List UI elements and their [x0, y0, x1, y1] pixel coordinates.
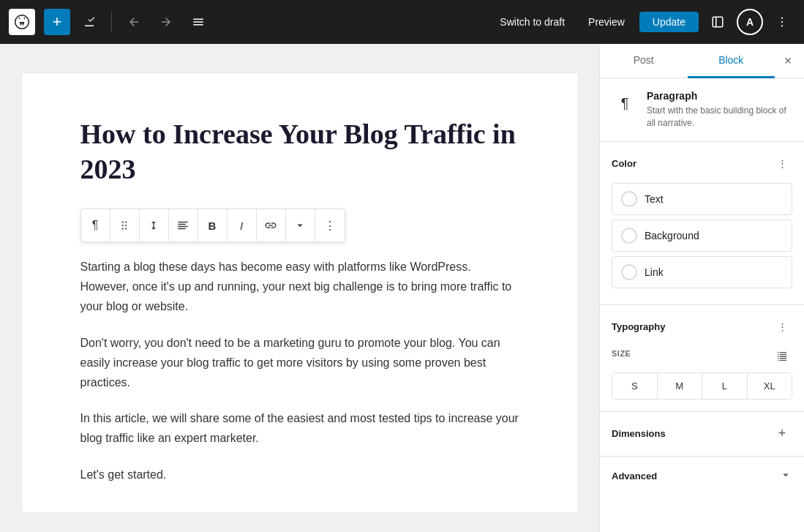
text-color-label: Text — [645, 193, 664, 205]
size-large-button[interactable]: L — [702, 373, 748, 399]
options-button[interactable] — [769, 9, 795, 35]
advanced-title: Advanced — [612, 471, 657, 482]
editor-area: How to Increase Your Blog Traffic in 202… — [0, 44, 599, 532]
top-bar-right: Switch to draft Preview Update A — [491, 9, 795, 35]
dimensions-title: Dimensions — [612, 428, 666, 439]
advanced-chevron-icon — [779, 468, 792, 484]
block-description: Start with the basic building block of a… — [647, 105, 792, 130]
redo-button[interactable] — [153, 9, 179, 35]
top-toolbar: + Switch to draft Preview Update A — [0, 0, 804, 44]
block-info-text: Paragraph Start with the basic building … — [647, 90, 792, 130]
toolbar-separator — [111, 12, 112, 32]
wp-logo — [9, 9, 35, 35]
color-section: Color ⋮ Text Background Link — [600, 142, 804, 305]
paragraph-icon: ¶ — [612, 90, 638, 116]
svg-point-4 — [781, 25, 783, 26]
size-xl-button[interactable]: XL — [748, 373, 792, 399]
sidebar-close-button[interactable]: × — [775, 48, 801, 74]
size-controls-row: SIZE — [612, 346, 792, 367]
tab-post[interactable]: Post — [600, 44, 688, 78]
typography-more-button[interactable]: ⋮ — [772, 317, 792, 337]
block-options-button[interactable]: ⋮ — [315, 209, 345, 241]
update-button[interactable]: Update — [639, 12, 699, 32]
post-title[interactable]: How to Increase Your Blog Traffic in 202… — [80, 117, 519, 187]
preview-button[interactable]: Preview — [579, 12, 634, 32]
link-button[interactable] — [257, 209, 286, 241]
color-section-header: Color ⋮ — [612, 154, 792, 174]
switch-to-draft-button[interactable]: Switch to draft — [491, 12, 574, 32]
background-color-label: Background — [645, 230, 699, 241]
color-more-button[interactable]: ⋮ — [772, 154, 792, 174]
main-layout: How to Increase Your Blog Traffic in 202… — [0, 44, 804, 532]
svg-point-3 — [781, 21, 783, 23]
editor-canvas: How to Increase Your Blog Traffic in 202… — [22, 73, 578, 512]
size-small-button[interactable]: S — [612, 373, 658, 399]
more-options-dropdown[interactable] — [286, 209, 315, 241]
align-button[interactable] — [169, 209, 198, 241]
svg-point-7 — [122, 225, 124, 226]
undo-button[interactable] — [121, 9, 147, 35]
move-up-down-button[interactable] — [140, 209, 169, 241]
advanced-header[interactable]: Advanced — [612, 468, 792, 484]
dimensions-add-button[interactable]: + — [772, 424, 792, 444]
paragraph-2[interactable]: Don't worry, you don't need to be a mark… — [80, 333, 519, 393]
tab-block[interactable]: Block — [688, 44, 775, 78]
bold-button[interactable]: B — [198, 209, 228, 241]
svg-point-2 — [781, 18, 783, 19]
size-label: SIZE — [612, 349, 631, 358]
italic-button[interactable]: I — [228, 209, 257, 241]
typography-section: Typography ⋮ SIZE S M L XL — [600, 305, 804, 412]
sidebar-tabs: Post Block × — [600, 44, 804, 78]
svg-point-9 — [122, 228, 124, 229]
size-buttons: S M L XL — [612, 372, 792, 400]
typography-section-header: Typography ⋮ — [612, 317, 792, 337]
dimensions-header: Dimensions + — [612, 424, 792, 444]
add-block-button[interactable]: + — [44, 9, 70, 35]
paragraph-1[interactable]: Starting a blog these days has become ea… — [80, 257, 519, 317]
post-body: Starting a blog these days has become ea… — [80, 257, 519, 484]
sidebar: Post Block × ¶ Paragraph Start with the … — [599, 44, 804, 532]
svg-point-8 — [125, 225, 127, 226]
color-option-link[interactable]: Link — [612, 256, 792, 288]
block-toolbar: ¶ B I ⋮ — [80, 209, 345, 242]
block-name: Paragraph — [647, 90, 792, 102]
color-option-text[interactable]: Text — [612, 183, 792, 215]
paragraph-type-button[interactable]: ¶ — [81, 209, 110, 241]
block-info: ¶ Paragraph Start with the basic buildin… — [600, 78, 804, 142]
svg-point-6 — [125, 221, 127, 222]
drag-handle-button[interactable] — [110, 209, 140, 241]
background-color-circle — [621, 228, 637, 244]
edit-button[interactable] — [76, 9, 102, 35]
svg-point-5 — [122, 221, 124, 222]
paragraph-3[interactable]: In this article, we will share some of t… — [80, 408, 519, 448]
text-color-circle — [621, 191, 637, 207]
astra-button[interactable]: A — [737, 9, 763, 35]
size-filter-button[interactable] — [772, 346, 792, 367]
list-view-button[interactable] — [185, 9, 211, 35]
typography-title: Typography — [612, 321, 665, 332]
size-medium-button[interactable]: M — [658, 373, 703, 399]
svg-rect-0 — [713, 17, 723, 27]
color-section-title: Color — [612, 158, 636, 169]
link-color-circle — [621, 264, 637, 280]
paragraph-4[interactable]: Let's get started. — [80, 465, 519, 484]
advanced-section: Advanced — [600, 457, 804, 496]
link-color-label: Link — [645, 266, 664, 278]
dimensions-section: Dimensions + — [600, 412, 804, 457]
editor-view-button[interactable] — [705, 9, 731, 35]
svg-point-10 — [125, 228, 127, 229]
color-option-background[interactable]: Background — [612, 220, 792, 252]
